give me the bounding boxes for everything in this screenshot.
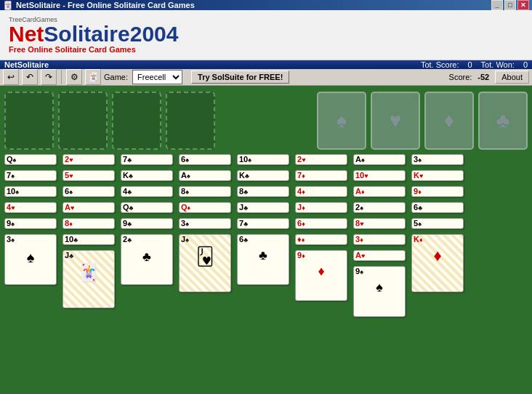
card[interactable]: K♣: [121, 170, 173, 181]
card[interactable]: A♠: [353, 154, 406, 165]
card[interactable]: 3♠♠: [4, 234, 57, 285]
options-button[interactable]: ⚙: [66, 69, 82, 85]
card[interactable]: A♦: [353, 186, 406, 197]
card[interactable]: 10♥: [353, 170, 406, 181]
card[interactable]: 2♥: [295, 154, 347, 165]
face-card[interactable]: J♠🂻: [179, 234, 231, 292]
card[interactable]: 7♣: [121, 154, 173, 165]
card[interactable]: 5♠: [411, 218, 464, 229]
card[interactable]: 6♠: [63, 186, 115, 197]
game-select[interactable]: Freecell Klondike Spider: [132, 70, 182, 84]
column-3: 7♣ K♣ 4♣ Q♣ 9♣ 2♣♣: [121, 154, 176, 358]
card[interactable]: Q♦: [179, 202, 231, 213]
main-window: 🃏 NetSolitaire - Free Online Solitaire C…: [0, 0, 532, 394]
nav-bar: NetSolitaire Tot. Score: 0 Tot. Won: 0: [0, 60, 532, 69]
foundation-4[interactable]: ♣: [478, 92, 528, 150]
card[interactable]: K♥: [411, 170, 464, 181]
score-label: Score:: [449, 73, 472, 81]
card[interactable]: 8♦: [63, 218, 115, 229]
card[interactable]: A♥: [353, 250, 406, 261]
card[interactable]: J♦: [295, 202, 347, 213]
card[interactable]: 3♠: [179, 218, 231, 229]
card[interactable]: J♣: [237, 202, 289, 213]
logo-sub: Free Online Solitaire Card Games: [9, 45, 178, 54]
undo-button[interactable]: ↶: [22, 69, 38, 85]
card[interactable]: 6♠: [179, 154, 231, 165]
card[interactable]: Q♣: [121, 202, 173, 213]
logo-solitaire: Solitaire: [44, 23, 129, 45]
top-row: ♠ ♥ ♦ ♣: [4, 92, 528, 150]
card[interactable]: 6♣♣: [237, 234, 289, 285]
close-button[interactable]: ✕: [517, 0, 529, 10]
column-6: 2♥ 7♦ 4♦ J♦ 6♦ ♦♦ 9♦♦: [295, 154, 350, 387]
card[interactable]: 7♦: [295, 170, 347, 181]
game-label: Game:: [104, 73, 128, 81]
try-solsuite-button[interactable]: Try SolSuite for FREE!: [191, 71, 289, 84]
card[interactable]: 9♣: [121, 218, 173, 229]
card[interactable]: 9♦: [411, 186, 464, 197]
card[interactable]: 7♠: [4, 170, 57, 181]
card[interactable]: 10♠: [237, 154, 289, 165]
about-button[interactable]: About: [495, 71, 529, 84]
score-value: -52: [477, 73, 489, 81]
card[interactable]: A♠: [179, 170, 231, 181]
card[interactable]: 7♣: [237, 218, 289, 229]
card[interactable]: K♣: [237, 170, 289, 181]
logo-header: TreeCardGames Net Solitaire 2004 Free On…: [0, 10, 532, 60]
columns-area: Q♠ 7♠ 10♠ 4♥ 9♠ 3♠♠ 2♥ 5♥ 6♠ A♥ 8♦ 10♣ J…: [4, 154, 528, 394]
card[interactable]: ♦♦: [295, 234, 347, 245]
nav-scores: Tot. Score: 0 Tot. Won: 0: [421, 60, 528, 69]
column-5: 10♠ K♣ 8♣ J♣ 7♣ 6♣♣: [237, 154, 292, 358]
freecell-2[interactable]: [58, 92, 108, 150]
card[interactable]: 8♣: [237, 186, 289, 197]
logo-year: 2004: [130, 23, 179, 45]
card[interactable]: 9♠♠: [353, 266, 406, 317]
freecell-4[interactable]: [166, 92, 215, 150]
app-icon: 🃏: [3, 1, 13, 10]
column-7: A♠ 10♥ A♦ 2♠ 8♥ 3♦ A♥ 9♠♠: [353, 154, 408, 394]
card[interactable]: 9♠: [4, 218, 57, 229]
maximize-button[interactable]: □: [504, 0, 516, 10]
foundation-1[interactable]: ♠: [317, 92, 366, 150]
foundation-3[interactable]: ♦: [424, 92, 474, 150]
card[interactable]: 3♠: [411, 154, 464, 165]
card[interactable]: 2♥: [63, 154, 115, 165]
card[interactable]: 6♣: [411, 202, 464, 213]
logo-area: TreeCardGames Net Solitaire 2004 Free On…: [9, 16, 178, 54]
card[interactable]: Q♠: [4, 154, 57, 165]
redo-button[interactable]: ↷: [41, 69, 57, 85]
title-bar-controls: _ □ ✕: [491, 0, 529, 10]
window-title: NetSolitaire - Free Online Solitaire Car…: [16, 1, 195, 9]
nav-title: NetSolitaire: [4, 60, 49, 69]
card[interactable]: 2♣♣: [121, 234, 173, 285]
card[interactable]: 2♠: [353, 202, 406, 213]
column-8: 3♠ K♥ 9♦ 6♣ 5♠ K♦♦: [411, 154, 467, 365]
freecell-3[interactable]: [112, 92, 161, 150]
card[interactable]: 8♥: [353, 218, 406, 229]
minimize-button[interactable]: _: [491, 0, 503, 10]
card[interactable]: 10♠: [4, 186, 57, 197]
face-card[interactable]: K♦♦: [411, 234, 464, 292]
card[interactable]: 4♦: [295, 186, 347, 197]
card[interactable]: 10♣: [63, 234, 115, 245]
logo-net: Net: [9, 23, 44, 45]
card[interactable]: 6♦: [295, 218, 347, 229]
card[interactable]: 8♠: [179, 186, 231, 197]
face-card[interactable]: J♣🃏: [63, 250, 115, 308]
tot-score-label: Tot. Score:: [421, 60, 459, 69]
cards-button[interactable]: 🃏: [85, 69, 101, 85]
foundation-2[interactable]: ♥: [371, 92, 420, 150]
toolbar: ↩ ↶ ↷ ⚙ 🃏 Game: Freecell Klondike Spider…: [0, 69, 532, 86]
card[interactable]: A♥: [63, 202, 115, 213]
tot-won-value: 0: [523, 60, 528, 69]
card[interactable]: 4♣: [121, 186, 173, 197]
card[interactable]: 3♦: [353, 234, 406, 245]
column-4: 6♠ A♠ 8♠ Q♦ 3♠ J♠🂻: [179, 154, 234, 365]
new-game-button[interactable]: ↩: [3, 69, 19, 85]
freecell-1[interactable]: [4, 92, 54, 150]
column-1: Q♠ 7♠ 10♠ 4♥ 9♠ 3♠♠: [4, 154, 60, 343]
card[interactable]: 5♥: [63, 170, 115, 181]
score-area: Score: -52 About: [449, 71, 529, 84]
card[interactable]: 9♦♦: [295, 250, 347, 301]
card[interactable]: 4♥: [4, 202, 57, 213]
